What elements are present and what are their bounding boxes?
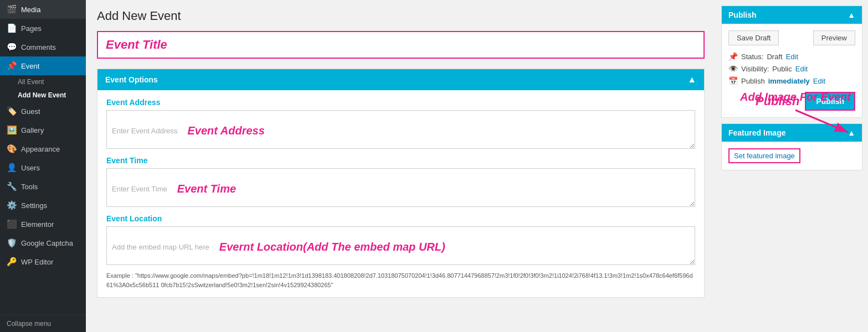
calendar-icon: 📅 (728, 76, 738, 85)
visibility-edit-link[interactable]: Edit (795, 65, 808, 73)
sidebar-item-gallery[interactable]: 🖼️ Gallery (0, 121, 86, 139)
sidebar-subitem-all-event[interactable]: All Event (0, 75, 86, 89)
publish-collapse-icon[interactable]: ▲ (848, 11, 855, 19)
embed-note: Example : "https://www.google.com/maps/e… (106, 271, 695, 289)
elementor-icon: ⬛ (7, 219, 17, 229)
event-options-header: Event Options ▲ (97, 69, 704, 90)
event-time-label: Event Time (106, 156, 695, 165)
event-options-collapse[interactable]: ▲ (687, 75, 696, 85)
pages-icon: 📄 (7, 23, 17, 33)
featured-image-title: Featured Image (728, 128, 785, 137)
settings-icon: ⚙️ (7, 200, 17, 210)
publish-time-edit-link[interactable]: Edit (813, 77, 825, 85)
sidebar-item-google-captcha[interactable]: 🛡️ Google Captcha (0, 234, 86, 252)
event-time-input[interactable] (106, 168, 695, 207)
event-address-input[interactable] (106, 110, 695, 149)
publish-actions: Save Draft Preview (728, 30, 855, 45)
right-sidebar: Publish ▲ Save Draft Preview 📌 Status: D… (716, 0, 868, 332)
featured-image-widget: Add Image For Event Featured Image ▲ Set… (721, 123, 862, 170)
comments-icon: 💬 (7, 42, 17, 52)
content-area: Add New Event Event Options ▲ Event Addr… (86, 0, 868, 332)
preview-button[interactable]: Preview (813, 30, 855, 45)
sidebar-item-elementor[interactable]: ⬛ Elementor (0, 215, 86, 234)
publish-time-value: immediately (768, 77, 810, 85)
google-captcha-icon: 🛡️ (7, 238, 17, 248)
visibility-value: Public (772, 65, 792, 73)
publish-time-label: Publish (741, 77, 765, 85)
status-label: Status: (741, 53, 763, 61)
event-address-wrapper: Enter Event Address Event Address (106, 110, 695, 151)
event-options-panel: Event Options ▲ Event Address Enter Even… (97, 69, 705, 298)
publish-time-row: 📅 Publish immediately Edit (728, 76, 855, 85)
save-draft-button[interactable]: Save Draft (728, 30, 779, 45)
svg-line-1 (795, 110, 848, 132)
status-icon: 📌 (728, 52, 738, 61)
collapse-menu[interactable]: Collapse menu (0, 315, 86, 332)
users-icon: 👤 (7, 163, 17, 173)
event-address-label: Event Address (106, 98, 695, 107)
add-image-annotation: Add Image For Event (740, 91, 851, 103)
sidebar-item-tools[interactable]: 🔧 Tools (0, 177, 86, 196)
event-location-label: Event Location (106, 214, 695, 223)
featured-image-body: Set featured image (722, 142, 862, 170)
event-time-wrapper: Enter Event Time Event Time (106, 168, 695, 209)
page-title: Add New Event (97, 9, 705, 23)
arrow-annotation (790, 107, 856, 135)
guest-icon: 🏷️ (7, 106, 17, 116)
publish-widget-title: Publish (728, 11, 757, 19)
publish-status-row: 📌 Status: Draft Edit (728, 52, 855, 61)
tools-icon: 🔧 (7, 181, 17, 191)
wp-editor-icon: 🔑 (7, 257, 17, 267)
event-location-wrapper: Add the embed map URL here Evernt Locati… (106, 226, 695, 267)
sidebar-item-comments[interactable]: 💬 Comments (0, 38, 86, 56)
event-options-title: Event Options (105, 75, 158, 84)
media-icon: 🎬 (7, 4, 17, 14)
event-title-input[interactable] (97, 31, 705, 59)
sidebar-item-settings[interactable]: ⚙️ Settings (0, 196, 86, 215)
editor-area: Add New Event Event Options ▲ Event Addr… (86, 0, 716, 332)
sidebar-item-appearance[interactable]: 🎨 Appearance (0, 139, 86, 158)
set-featured-image-link[interactable]: Set featured image (728, 148, 800, 163)
sidebar-item-pages[interactable]: 📄 Pages (0, 19, 86, 38)
visibility-label: Visibility: (741, 65, 769, 73)
sidebar-item-wp-editor[interactable]: 🔑 WP Editor (0, 252, 86, 271)
main-area: Add New Event Event Options ▲ Event Addr… (86, 0, 868, 332)
event-location-input[interactable] (106, 226, 695, 265)
appearance-icon: 🎨 (7, 144, 17, 154)
event-title-wrapper (97, 31, 705, 69)
sidebar-item-users[interactable]: 👤 Users (0, 158, 86, 177)
event-icon: 📌 (7, 61, 17, 71)
status-edit-link[interactable]: Edit (786, 53, 798, 61)
sidebar-item-guest[interactable]: 🏷️ Guest (0, 102, 86, 121)
sidebar-item-event[interactable]: 📌 Event (0, 56, 86, 75)
sidebar: 🎬 Media 📄 Pages 💬 Comments 📌 Event All E… (0, 0, 86, 332)
event-options-body: Event Address Enter Event Address Event … (97, 90, 704, 297)
publish-visibility-row: 👁️ Visibility: Public Edit (728, 64, 855, 73)
sidebar-item-media[interactable]: 🎬 Media (0, 0, 86, 19)
gallery-icon: 🖼️ (7, 125, 17, 135)
visibility-icon: 👁️ (728, 64, 738, 73)
publish-widget-header: Publish ▲ (722, 6, 862, 24)
status-value: Draft (767, 53, 782, 61)
sidebar-subitem-add-new-event[interactable]: Add New Event (0, 89, 86, 102)
